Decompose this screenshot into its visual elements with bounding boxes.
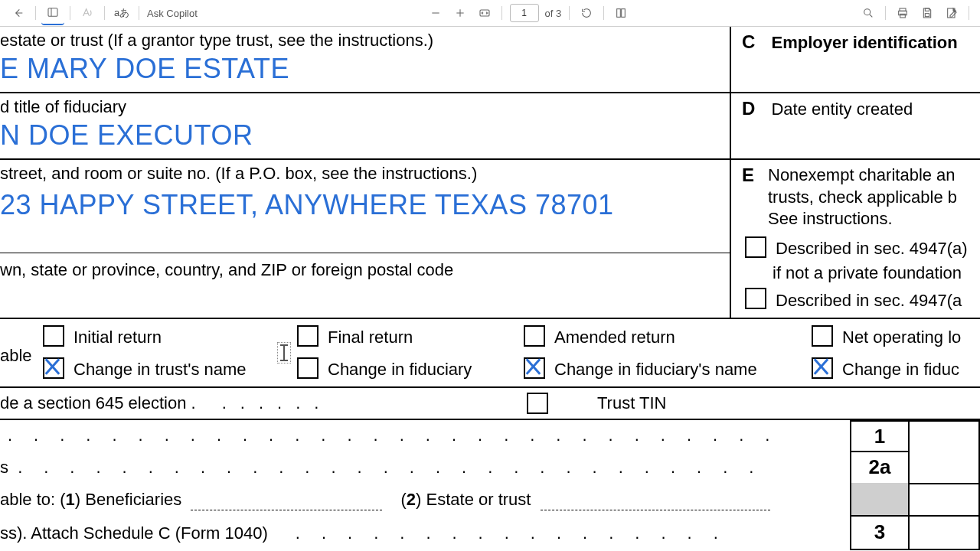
box-c-letter: C	[742, 31, 768, 53]
sidebar-toggle-icon[interactable]	[41, 1, 64, 25]
e-opt1b: if not a private foundation	[773, 262, 980, 284]
translate-icon[interactable]: aあ	[110, 2, 133, 24]
rotate-icon[interactable]	[575, 2, 598, 24]
estate-name-value: E MARY DOE ESTATE	[0, 53, 730, 85]
estate-trust-blank[interactable]	[541, 493, 770, 510]
checkbox-nol[interactable]	[812, 325, 833, 347]
checkbox-4947a2[interactable]	[745, 288, 766, 309]
checkbox-4947a1[interactable]	[745, 236, 766, 258]
line-number-3: 3	[850, 515, 910, 550]
checkbox-change-trust-name[interactable]	[43, 357, 64, 379]
pdf-toolbar: aあ Ask Copilot of 3	[0, 0, 980, 27]
label-amended-return: Amended return	[554, 328, 675, 347]
line-number-1: 1	[850, 420, 910, 452]
annotate-icon[interactable]	[940, 2, 963, 24]
line2b-1-label: ) Beneficiaries	[75, 490, 181, 509]
line2a-s: s	[0, 458, 8, 477]
name-label: estate or trust (If a grantor type trust…	[0, 30, 730, 51]
f-left-label: able	[0, 345, 32, 367]
street-label: street, and room or suite no. (If a P.O.…	[0, 163, 730, 184]
svg-rect-9	[925, 14, 929, 17]
box-e-line3: See instructions.	[768, 209, 893, 228]
box-d-letter: D	[742, 98, 768, 119]
checkbox-final-return[interactable]	[297, 325, 318, 347]
page-view-icon[interactable]	[609, 2, 632, 24]
text-cursor	[277, 342, 291, 364]
line2a-dots: .............................	[18, 458, 775, 477]
box-d-label: Date entity created	[771, 99, 913, 119]
beneficiaries-blank[interactable]	[191, 493, 382, 510]
label-final-return: Final return	[328, 328, 413, 347]
box-e-line1: Nonexempt charitable an	[768, 165, 956, 184]
svg-point-4	[864, 9, 871, 15]
form-page[interactable]: estate or trust (If a grantor type trust…	[0, 27, 980, 551]
save-icon[interactable]	[916, 2, 939, 24]
zoom-out-icon[interactable]	[424, 2, 447, 24]
print-icon[interactable]	[891, 2, 914, 24]
e-opt1: Described in sec. 4947(a)	[776, 238, 968, 259]
line-number-2a: 2a	[850, 451, 910, 484]
label-change-fiduciary: Change in fiduciary	[328, 360, 472, 380]
amount-2b[interactable]	[910, 483, 980, 517]
amount-2a[interactable]	[910, 451, 980, 484]
box-c-label: Employer identification	[771, 33, 957, 52]
box-e-letter: E	[742, 165, 768, 230]
zoom-in-icon[interactable]	[449, 2, 472, 24]
line3-label: ss). Attach Schedule C (Form 1040)	[0, 523, 268, 543]
label-change-fiduciary-addr: Change in fiduc	[842, 360, 959, 380]
box-e-line2: trusts, check applicable b	[768, 187, 957, 207]
search-icon[interactable]	[857, 2, 880, 24]
city-label: wn, state or province, country, and ZIP …	[0, 259, 730, 281]
label-nol: Net operating lo	[842, 328, 961, 347]
line1-dots: ..............................	[8, 425, 791, 446]
checkbox-change-fiduciary[interactable]	[297, 357, 318, 379]
back-icon[interactable]	[7, 2, 30, 24]
fiduciary-value: N DOE EXECUTOR	[0, 119, 730, 152]
line2b-prefix: able to: (	[0, 490, 66, 509]
checkbox-change-fiduciary-addr[interactable]	[812, 357, 833, 379]
e-opt2: Described in sec. 4947(a	[776, 290, 962, 311]
fit-width-icon[interactable]	[473, 2, 496, 24]
line2b-2-num: 2	[407, 490, 416, 509]
page-total-label: of 3	[542, 8, 565, 19]
street-value: 23 HAPPY STREET, ANYWHERE TEXAS 78701	[0, 189, 730, 221]
label-change-trust-name: Change in trust's name	[74, 360, 247, 380]
checkbox-initial-return[interactable]	[43, 325, 64, 347]
svg-rect-7	[900, 14, 906, 18]
fiduciary-label: d title of fiduciary	[0, 96, 730, 118]
page-number-input[interactable]	[510, 4, 539, 22]
line3-dots: .................	[296, 523, 740, 543]
checkbox-645-election[interactable]	[527, 393, 548, 414]
amount-1[interactable]	[910, 420, 980, 452]
svg-rect-0	[48, 8, 57, 17]
read-aloud-icon[interactable]	[76, 2, 99, 24]
label-initial-return: Initial return	[74, 328, 162, 347]
ask-copilot-button[interactable]: Ask Copilot	[144, 8, 201, 19]
line-number-2b-shaded	[850, 483, 910, 517]
line2b-2-label: ) Estate or trust	[416, 490, 531, 509]
svg-rect-2	[617, 9, 621, 18]
checkbox-change-fiduciary-name[interactable]	[524, 357, 545, 379]
g-label: de a section 645 election .	[0, 393, 196, 412]
line2b-1-num: 1	[66, 490, 75, 509]
svg-rect-8	[925, 8, 929, 11]
svg-rect-3	[622, 9, 626, 18]
g-dots: ......	[222, 393, 333, 412]
trust-tin-label: Trust TIN	[597, 393, 666, 414]
label-change-fiduciary-name: Change in fiduciary's name	[554, 360, 757, 380]
amount-3[interactable]	[910, 515, 980, 550]
checkbox-amended-return[interactable]	[524, 325, 545, 347]
